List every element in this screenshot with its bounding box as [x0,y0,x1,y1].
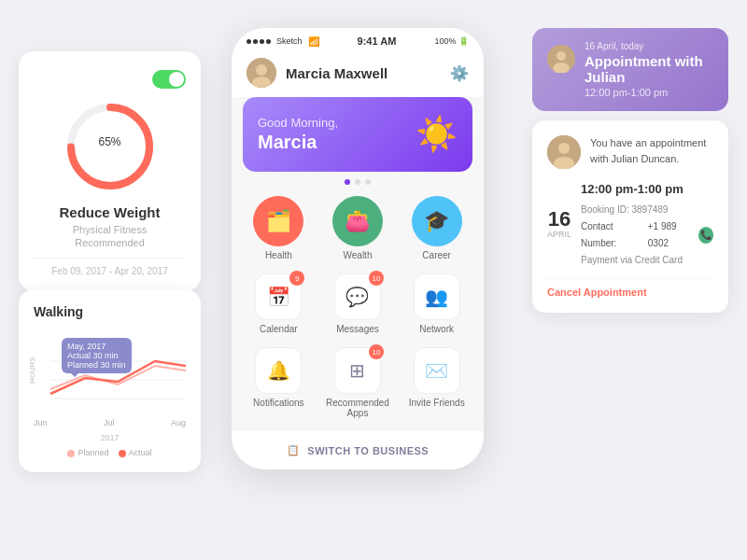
recommended-apps-label: Recommended Apps [322,398,394,418]
recommended-apps-icon: ⊞ 10 [334,347,381,394]
status-bar: Sketch 📶 9:41 AM 100% 🔋 [232,28,484,50]
percentage-text: 65% [98,134,120,159]
greeting-text: Good Morning, Marcia [258,116,338,153]
contact-row: Contact Number: +1 989 0302 📞 [581,218,713,252]
chart-area: HOURS May, 2017 Actual 30 min Planned 30… [34,329,186,431]
appointment-detail-card: You have an appointment with Julian Dunc… [532,120,728,313]
status-battery: 100% 🔋 [434,36,469,46]
health-icon-item[interactable]: 🗂️ Health [243,196,315,260]
walking-card: Walking HOURS May, 2017 Actual 30 min Pl… [19,289,201,472]
user-name: Marcia Maxwell [286,65,450,81]
recommended-badge: 10 [369,344,384,359]
appointment-description: You have an appointment with Julian Dunc… [590,135,713,166]
switch-to-business-bar[interactable]: 📋 SWITCH TO BUSINESS [232,431,484,469]
appointment-date-block: 16 APRIL 12:00 pm-1:00 pm Booking ID: 38… [547,178,713,269]
appointment-banner-text: 16 April, today Appointment with Julian … [585,41,713,98]
cancel-appointment-button[interactable]: Cancel Appointment [547,278,713,298]
julian-avatar [547,135,581,169]
appointment-title: Appointment with Julian [585,53,713,85]
career-label: Career [422,250,451,260]
toggle-switch[interactable] [152,70,186,89]
appointment-time: 12:00 pm-1:00 pm [585,87,713,98]
greeting-main: Marcia [258,132,338,153]
walking-title: Walking [34,304,186,319]
signal-dots: Sketch 📶 [247,36,319,47]
booking-id: Booking ID: 3897489 [581,202,713,218]
tertiary-icons-grid: 🔔 Notifications ⊞ 10 Recommended Apps ✉️… [232,343,484,422]
invite-friends-label: Invite Friends [409,398,465,408]
network-icon-item[interactable]: 👥 Network [401,273,472,334]
svg-point-9 [557,51,566,61]
wealth-icon-circle: 👛 [332,196,383,246]
weight-card: 65% Reduce Weight Physical Fitness Recom… [19,51,201,291]
card-recommended: Recommended [34,237,186,248]
appointment-detail-header: You have an appointment with Julian Dunc… [547,135,713,169]
user-avatar [247,58,276,88]
phone-icon: 📞 [698,227,713,244]
carousel-dots [232,179,484,185]
appointment-banner: 16 April, today Appointment with Julian … [532,28,728,111]
card-dates: Feb 09, 2017 - Apr 20, 2017 [34,258,186,276]
payment-method: Payment via Credit Card [581,252,713,269]
career-icon-item[interactable]: 🎓 Career [401,196,472,260]
y-axis-label: HOURS [28,357,36,384]
health-label: Health [265,250,292,260]
card-subtitle: Physical Fitness [34,224,186,235]
messages-label: Messages [336,324,379,334]
appointment-time-detail: 12:00 pm-1:00 pm [581,178,713,200]
messages-icon: 💬 10 [334,273,381,320]
network-icon: 👥 [414,273,460,320]
progress-circle: 65% [63,100,157,193]
svg-point-12 [558,143,570,154]
greeting-sub: Good Morning, [258,116,338,130]
notifications-label: Notifications [253,398,303,408]
wealth-label: Wealth [344,250,373,260]
right-section: 16 April, today Appointment with Julian … [532,28,728,313]
chart-tooltip: May, 2017 Actual 30 min Planned 30 min [62,338,132,373]
phone-mockup: Sketch 📶 9:41 AM 100% 🔋 Marcia Maxwell ⚙… [232,28,484,469]
career-icon-circle: 🎓 [412,196,462,246]
messages-badge: 10 [369,271,384,286]
settings-icon[interactable]: ⚙️ [450,64,469,82]
health-icon-circle: 🗂️ [253,196,303,246]
network-label: Network [419,324,454,334]
recommended-apps-icon-item[interactable]: ⊞ 10 Recommended Apps [322,347,394,418]
appointment-day-number: 16 APRIL [547,209,571,239]
sun-icon: ☀️ [416,115,458,154]
calendar-badge: 9 [289,271,304,286]
calendar-icon-item[interactable]: 📅 9 Calendar [243,273,315,334]
chart-legend: Planned Actual [34,448,186,457]
phone-header: Marcia Maxwell ⚙️ [232,50,484,97]
appointment-info: 12:00 pm-1:00 pm Booking ID: 3897489 Con… [581,178,713,269]
appointment-avatar [547,45,575,73]
notifications-icon-item[interactable]: 🔔 Notifications [243,347,315,418]
main-icons-grid: 🗂️ Health 👛 Wealth 🎓 Career [232,192,484,264]
chart-labels: Jun Jul Aug [34,418,186,427]
status-time: 9:41 AM [358,35,397,47]
greeting-banner: Good Morning, Marcia ☀️ [243,97,472,172]
svg-point-6 [256,64,267,76]
invite-friends-icon-item[interactable]: ✉️ Invite Friends [401,347,472,418]
notifications-icon: 🔔 [255,347,302,394]
calendar-icon: 📅 9 [255,273,302,320]
switch-label: SWITCH TO BUSINESS [307,445,429,456]
appointment-date-label: 16 April, today [585,41,713,51]
secondary-icons-grid: 📅 9 Calendar 💬 10 Messages 👥 Network [232,270,484,338]
invite-friends-icon: ✉️ [414,347,460,394]
year-label: 2017 [100,433,119,442]
calendar-label: Calendar [260,324,298,334]
card-title: Reduce Weight [34,204,186,220]
switch-icon: 📋 [287,444,301,456]
messages-icon-item[interactable]: 💬 10 Messages [322,273,394,334]
wealth-icon-item[interactable]: 👛 Wealth [322,196,394,260]
